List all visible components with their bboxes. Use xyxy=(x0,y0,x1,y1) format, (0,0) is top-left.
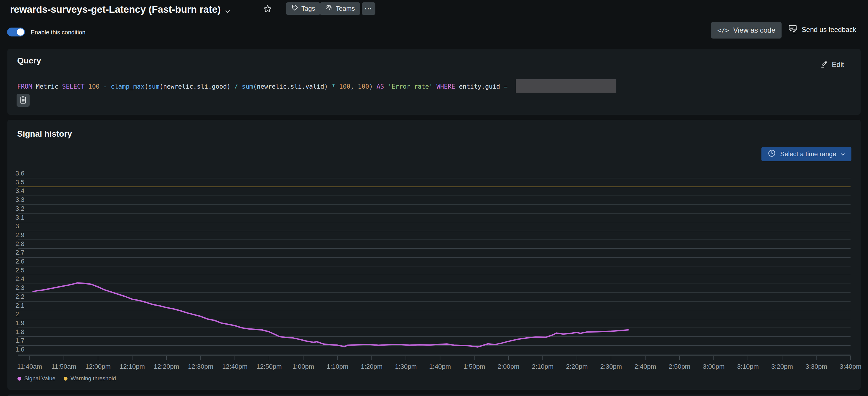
y-axis-label: 1.6 xyxy=(16,346,25,353)
query-token-plain xyxy=(238,83,242,90)
query-token-keyword: FROM xyxy=(17,83,32,90)
clipboard-icon xyxy=(20,96,27,105)
y-axis-label: 2.6 xyxy=(16,258,25,265)
query-token-plain: ( xyxy=(145,83,148,90)
query-token-keyword: AS xyxy=(377,83,384,90)
query-token-keyword: WHERE xyxy=(436,83,455,90)
pencil-icon xyxy=(820,60,828,70)
x-axis-label: 12:50pm xyxy=(256,363,282,370)
signal-history-panel: Signal history Select a time range 1.61.… xyxy=(7,120,861,390)
query-token-plain: entity.guid xyxy=(455,83,504,90)
x-axis-label: 2:50pm xyxy=(669,363,690,370)
star-icon[interactable] xyxy=(263,4,272,15)
legend-label: Signal Value xyxy=(24,375,55,382)
x-axis-label: 3:30pm xyxy=(806,363,827,370)
x-axis-label: 3:40pm xyxy=(840,363,861,370)
x-axis-label: 1:40pm xyxy=(429,363,451,370)
edit-query-label: Edit xyxy=(832,60,844,69)
y-axis-label: 2.2 xyxy=(16,293,25,300)
tags-button-label: Tags xyxy=(301,5,315,12)
query-token-function: sum xyxy=(148,83,160,90)
x-axis-label: 12:00pm xyxy=(85,363,111,370)
y-axis-label: 2.7 xyxy=(16,249,25,256)
legend-dot xyxy=(18,377,21,380)
query-token-plain: (newrelic.sli.valid) xyxy=(253,83,332,90)
x-axis-label: 11:50am xyxy=(52,363,76,370)
x-axis-label: 3:20pm xyxy=(771,363,793,370)
x-axis-label: 1:30pm xyxy=(395,363,416,370)
query-token-number: 100 xyxy=(88,83,99,90)
legend-dot xyxy=(64,377,67,380)
ellipsis-icon: ⋯ xyxy=(365,4,373,13)
query-token-plain xyxy=(433,83,437,90)
toggle-knob xyxy=(17,28,24,35)
view-as-code-label: View as code xyxy=(733,26,775,34)
y-axis-label: 1.9 xyxy=(16,319,25,327)
query-redacted-value[interactable] xyxy=(516,80,616,93)
legend-item[interactable]: Warning threshold xyxy=(64,375,116,382)
x-axis-label: 2:00pm xyxy=(498,363,519,370)
x-axis-label: 1:20pm xyxy=(361,363,382,370)
query-token-plain xyxy=(335,83,339,90)
teams-button[interactable]: Teams xyxy=(320,2,360,15)
query-token-plain: Metric xyxy=(32,83,62,90)
y-axis-label: 1.7 xyxy=(16,337,25,344)
query-panel-title: Query xyxy=(17,56,41,65)
enable-condition-toggle[interactable] xyxy=(7,28,25,36)
x-axis-label: 12:30pm xyxy=(188,363,213,370)
y-axis-label: 3.4 xyxy=(16,187,25,194)
tags-button[interactable]: Tags xyxy=(286,2,320,15)
query-panel: Query Edit FROM Metric SELECT 100 - clam… xyxy=(7,49,861,115)
query-token-plain xyxy=(384,83,388,90)
tag-icon xyxy=(291,4,299,13)
page-title-text: rewards-surveys-get-Latency (Fast-burn r… xyxy=(10,4,221,15)
query-token-string: 'Error rate' xyxy=(388,83,433,90)
code-icon: </> xyxy=(717,27,729,34)
x-axis-label: 3:00pm xyxy=(703,363,724,370)
x-axis-label: 11:40am xyxy=(17,363,42,370)
y-axis-label: 2 xyxy=(16,310,19,318)
page-title[interactable]: rewards-surveys-get-Latency (Fast-burn r… xyxy=(10,3,230,16)
legend-item[interactable]: Signal Value xyxy=(18,375,55,382)
x-axis-label: 3:10pm xyxy=(737,363,759,370)
more-options-button[interactable]: ⋯ xyxy=(362,2,375,15)
y-axis-label: 3.2 xyxy=(16,205,25,212)
copy-query-button[interactable] xyxy=(17,94,30,107)
x-axis-label: 12:40pm xyxy=(222,363,247,370)
x-axis-label: 1:50pm xyxy=(463,363,485,370)
y-axis-label: 2.5 xyxy=(16,266,25,274)
teams-icon xyxy=(325,4,333,13)
query-token-plain: (newrelic.sli.good) xyxy=(160,83,235,90)
enable-condition-label: Enable this condition xyxy=(31,29,86,36)
teams-button-label: Teams xyxy=(336,5,355,12)
query-token-plain xyxy=(99,83,103,90)
x-axis-label: 2:30pm xyxy=(600,363,622,370)
query-token-operator: = xyxy=(504,83,508,90)
query-token-plain: ) xyxy=(369,83,377,90)
x-axis-label: 2:10pm xyxy=(532,363,553,370)
x-axis-label: 12:20pm xyxy=(154,363,179,370)
query-token-operator: / xyxy=(234,83,238,90)
edit-query-button[interactable]: Edit xyxy=(820,60,844,70)
query-token-function: clamp_max xyxy=(111,83,145,90)
query-token-operator: * xyxy=(332,83,335,90)
query-token-plain xyxy=(107,83,111,90)
y-axis-label: 3.3 xyxy=(16,196,25,203)
y-axis-label: 3.1 xyxy=(16,214,25,221)
y-axis-label: 3.5 xyxy=(16,178,25,186)
y-axis-label: 3 xyxy=(16,222,19,230)
query-code-line: FROM Metric SELECT 100 - clamp_max(sum(n… xyxy=(17,82,508,91)
query-token-operator: - xyxy=(103,83,107,90)
send-feedback-label: Send us feedback xyxy=(802,26,856,34)
query-token-function: sum xyxy=(242,83,253,90)
legend-label: Warning threshold xyxy=(70,375,116,382)
chart-legend: Signal ValueWarning threshold xyxy=(18,375,116,382)
query-token-keyword: SELECT xyxy=(62,83,85,90)
view-as-code-button[interactable]: </> View as code xyxy=(711,22,781,38)
y-axis-label: 1.8 xyxy=(16,328,25,336)
x-axis-label: 12:10pm xyxy=(120,363,145,370)
signal-chart[interactable]: 1.61.71.81.922.12.22.32.42.52.62.72.82.9… xyxy=(7,120,861,390)
y-axis-label: 2.4 xyxy=(16,275,25,282)
query-token-number: 100 xyxy=(339,83,350,90)
send-feedback-link[interactable]: Send us feedback xyxy=(788,24,856,35)
